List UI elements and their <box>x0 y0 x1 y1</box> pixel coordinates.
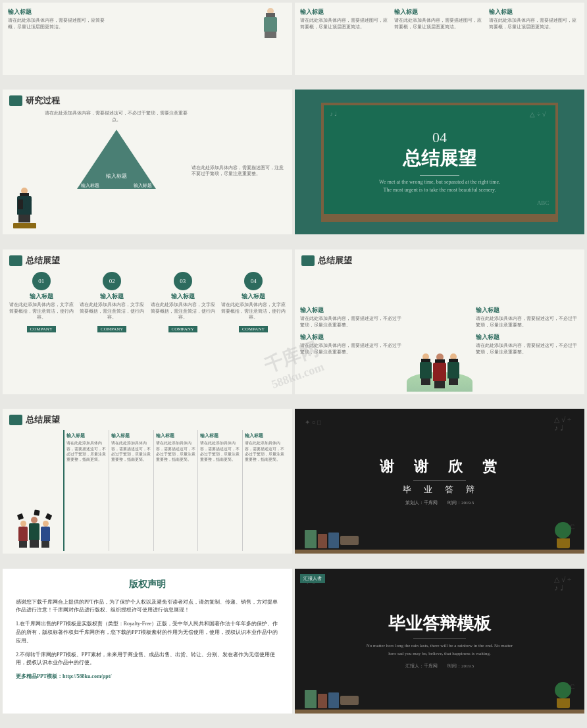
slide1-input-label: 输入标题 <box>8 8 111 16</box>
slide5-item3: 03 输入标题 请在此处添加具体内容，文字应简要概括，需注意简洁，使行内容。 C… <box>149 272 217 333</box>
slide6-left1-text: 请在此处添加具体内容，需要描述这可，不必过于繁琐，尽量注意重要整。 <box>300 316 403 329</box>
slide7-title: 总结展望 <box>3 409 292 429</box>
slide8-time: 时间：2019.5 <box>447 500 474 506</box>
slide6-figures <box>407 271 472 392</box>
slide6-left2-text: 请在此处添加具体内容，需要描述这可，不必过于繁琐，尽量注意重要整。 <box>300 343 403 356</box>
slide7-item5-label: 输入标题 <box>245 432 285 439</box>
slide4-number: 04 <box>432 130 447 145</box>
slide10-subtitle2: how sad you may be, believe, that happin… <box>369 650 511 658</box>
slide5-item2-label: 输入标题 <box>79 292 146 301</box>
svg-text:输入标题: 输入标题 <box>134 183 152 188</box>
slide5-item4-num: 04 <box>244 272 263 290</box>
slide9-para3: 2.不得转千库网的PPT模板、PPT素材，未来用于商业售、成品出售、出货、转让、… <box>16 651 279 668</box>
slide5-item3-company: COMPANY <box>168 326 197 332</box>
slide6-title: 总结展望 <box>295 249 584 269</box>
slide7-item2-label: 输入标题 <box>111 432 151 439</box>
slide7-item3-label: 输入标题 <box>156 432 196 439</box>
slide4-subtitle1: We met at the wrong time, but separated … <box>366 178 513 186</box>
slide7-figures <box>8 430 61 551</box>
slide9-para1: 感谢您下载千库网合上提供的PPT作品，为了保护个人权以及避免引读者对点，请勿复制… <box>16 598 279 615</box>
slide5-item2-text: 请在此处添加具体内容，文字应简要概括，需注意简洁，使行内容。 <box>79 302 146 321</box>
slide7-item5-text: 请在此处添加具体内容，需要描述这可，不必过于繁琐，尽量注意重要整，指南更简。 <box>245 440 285 463</box>
slide4-subtitle2: The most urgent is to take the most beau… <box>370 186 509 194</box>
slide6-right1-label: 输入标题 <box>476 306 579 315</box>
slide10-books <box>305 690 359 708</box>
slide10-reporter-tag: 汇报人者 <box>300 574 325 583</box>
slide3-triangle: 输入标题 输入标题 输入标题 <box>67 126 166 192</box>
slide6-right2-label: 输入标题 <box>476 333 579 342</box>
slide5-item1-num: 01 <box>32 272 51 290</box>
slide5-item3-text: 请在此处添加具体内容，文字应简要概括，需注意简洁，使行内容。 <box>149 302 217 321</box>
slide5-item2: 02 输入标题 请在此处添加具体内容，文字应简要概括，需注意简洁，使行内容。 C… <box>79 272 146 333</box>
slide5-item1: 01 输入标题 请在此处添加具体内容，文字应简要概括，需注意简洁，使行内容。 C… <box>8 272 75 333</box>
slide9-title: 版权声明 <box>16 579 279 590</box>
slide-4: △ ÷ √ ♪ ♩ ABC 04 总结展望 We met at the wron… <box>295 90 584 234</box>
slide7-item2-text: 请在此处添加具体内容，需要描述这可，不必过于繁琐，尽量注意重要整，指南更简。 <box>111 440 151 463</box>
slide7-item1: 输入标题 请在此处添加具体内容，需要描述这可，不必过于繁琐，尽量注意重要整，指南… <box>63 430 109 551</box>
slide5-item3-label: 输入标题 <box>149 292 217 301</box>
doodle-right: △ √ ÷♪ ♩ <box>554 415 571 432</box>
slide8-planner: 策划人：千库网 <box>405 500 438 506</box>
slide2-col1: 输入标题 请在此处添加具体内容，需要描述图可，应简要概，尽量让顶层图更简洁。 <box>300 8 390 70</box>
slide8-title2: 毕 业 答 辩 <box>403 484 476 496</box>
slide2-col1-text: 请在此处添加具体内容，需要描述图可，应简要概，尽量让顶层图更简洁。 <box>300 18 390 31</box>
slide5-item4-text: 请在此处添加具体内容，文字应简要概括，需注意简洁，使行内容。 <box>220 302 288 321</box>
slide-10: △ √ ÷♪ ♩ ✦ ○ ABC 汇报人者 毕业答辩模板 No matter h… <box>295 569 584 714</box>
slide-7: 总结展望 <box>3 409 292 554</box>
slide7-item5: 输入标题 请在此处添加具体内容，需要描述这可，不必过于繁琐，尽量注意重要整，指南… <box>242 430 287 551</box>
slide2-col3-text: 请在此处添加具体内容，需要描述图可，应简要概，尽量让顶层图更简洁。 <box>489 18 579 31</box>
slide2-col3: 输入标题 请在此处添加具体内容，需要描述图可，应简要概，尽量让顶层图更简洁。 <box>489 8 579 70</box>
slide9-para2: 1.在千库网出售的PPT模板是实版权责（类型：Royalty-Free）正版，受… <box>16 620 279 645</box>
slide7-item1-text: 请在此处添加具体内容，需要描述这可，不必过于繁琐，尽量注意重要整，指南更简。 <box>66 440 107 463</box>
slide3-right-text: 请在此处添加具体内容，需要描述图可，注意不要过于繁琐，尽量注意重要整。 <box>191 165 287 178</box>
plant-pot <box>555 522 571 548</box>
slide5-item2-num: 02 <box>103 272 121 290</box>
slide-3: 研究过程 请在此处添加具体内容，需要描述这可，不必过于繁琐，需要注意重要点。 输… <box>3 90 292 234</box>
doodle3: ABC <box>537 199 549 206</box>
slide7-item2: 输入标题 请在此处添加具体内容，需要描述这可，不必过于繁琐，尽量注意重要整，指南… <box>109 430 153 551</box>
slide-2: 输入标题 请在此处添加具体内容，需要描述图可，应简要概，尽量让顶层图更简洁。 输… <box>295 3 584 75</box>
slide10-subtitle1: No matter how long the rain lasts, there… <box>347 642 532 650</box>
slide3-desc: 请在此处添加具体内容，需要描述这可，不必过于繁琐，需要注意重要点。 <box>45 111 188 124</box>
slide6-left1-label: 输入标题 <box>300 306 403 315</box>
slide-9: 版权声明 感谢您下载千库网合上提供的PPT作品，为了保护个人权以及避免引读者对点… <box>3 569 292 714</box>
slide2-col1-label: 输入标题 <box>300 8 390 16</box>
slide2-col2: 输入标题 请在此处添加具体内容，需要描述图可，应简要概，尽量让顶层图更简洁。 <box>394 8 484 70</box>
doodle-left: ✦ ○ □ <box>305 419 321 426</box>
slide4-title: 总结展望 <box>403 146 476 171</box>
slide-8: △ √ ÷♪ ♩ ✦ ○ □ ABC 谢 谢 欣 赏 毕 业 答 辩 策划人：千… <box>295 409 584 554</box>
slide7-item3: 输入标题 请在此处添加具体内容，需要描述这可，不必过于繁琐，尽量注意重要整，指南… <box>153 430 198 551</box>
slide-5: 总结展望 01 输入标题 请在此处添加具体内容，文字应简要概括，需注意简洁，使行… <box>3 249 292 394</box>
slide7-item4-text: 请在此处添加具体内容，需要描述这可，不必过于繁琐，尽量注意重要整，指南更简。 <box>200 440 240 463</box>
slide1-text: 请在此处添加具体内容，需要描述图可，应简要概，尽量让顶层图更简洁。 <box>8 18 111 31</box>
slide7-item4-label: 输入标题 <box>200 432 240 439</box>
slide6-left2: 输入标题 请在此处添加具体内容，需要描述这可，不必过于繁琐，尽量注意重要整。 <box>300 333 403 356</box>
slide6-left2-label: 输入标题 <box>300 333 403 342</box>
slide5-item4-company: COMPANY <box>239 326 268 332</box>
slide10-doodle-right: △ √ ÷♪ ♩ <box>554 575 571 592</box>
slide6-right: 输入标题 请在此处添加具体内容，需要描述这可，不必过于繁琐，尽量注意重要整。 输… <box>476 271 579 392</box>
slide6-right1-text: 请在此处添加具体内容，需要描述这可，不必过于繁琐，尽量注意重要整。 <box>476 316 579 329</box>
slide5-item1-company: COMPANY <box>27 326 56 332</box>
slide5-item4: 04 输入标题 请在此处添加具体内容，文字应简要概括，需注意简洁，使行内容。 C… <box>220 272 288 333</box>
slide7-item4: 输入标题 请在此处添加具体内容，需要描述这可，不必过于繁琐，尽量注意重要整，指南… <box>197 430 242 551</box>
slide9-link: 更多精品PPT模板：http://588ku.com/ppt/ <box>16 673 279 680</box>
slide10-title: 毕业答辩模板 <box>388 612 491 635</box>
slide-1: 输入标题 请在此处添加具体内容，需要描述图可，应简要概，尽量让顶层图更简洁。 <box>3 3 292 75</box>
slide2-col2-label: 输入标题 <box>394 8 484 16</box>
slide6-left: 输入标题 请在此处添加具体内容，需要描述这可，不必过于繁琐，尽量注意重要整。 输… <box>300 271 403 392</box>
slide7-item3-text: 请在此处添加具体内容，需要描述这可，不必过于繁琐，尽量注意重要整，指南更简。 <box>156 440 196 463</box>
slide10-time: 时间：2019.5 <box>447 663 474 669</box>
slide2-col3-label: 输入标题 <box>489 8 579 16</box>
slide3-title: 研究过程 <box>3 90 292 109</box>
slide8-title1: 谢 谢 欣 赏 <box>380 457 499 477</box>
svg-text:输入标题: 输入标题 <box>81 183 99 188</box>
slide6-right2-text: 请在此处添加具体内容，需要描述这可，不必过于繁琐，尽量注意重要整。 <box>476 343 579 356</box>
slide6-right2: 输入标题 请在此处添加具体内容，需要描述这可，不必过于繁琐，尽量注意重要整。 <box>476 333 579 356</box>
slide6-right1: 输入标题 请在此处添加具体内容，需要描述这可，不必过于繁琐，尽量注意重要整。 <box>476 306 579 329</box>
doodle1: △ ÷ √ <box>530 111 546 118</box>
svg-text:输入标题: 输入标题 <box>106 173 127 179</box>
slide5-item4-label: 输入标题 <box>220 292 288 301</box>
doodle2: ♪ ♩ <box>330 111 338 117</box>
books-pile-left <box>305 530 359 548</box>
